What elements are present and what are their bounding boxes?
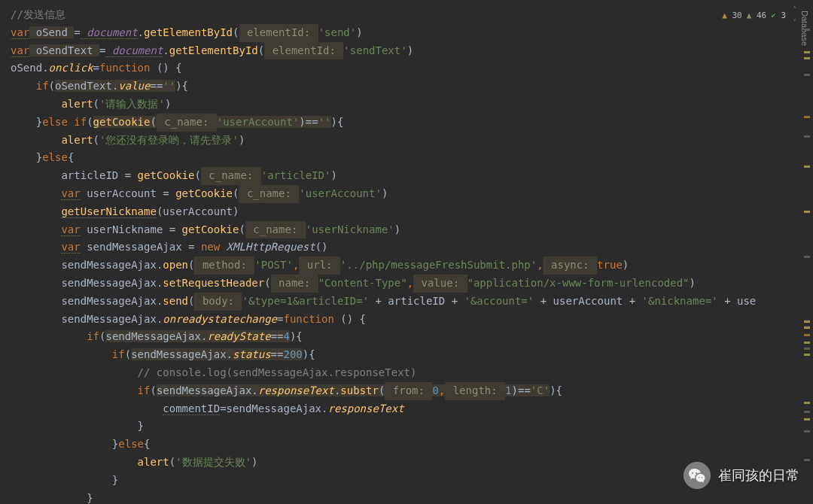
code-editor[interactable]: //发送信息 var oSend = document.getElementBy… (0, 0, 813, 504)
wechat-icon (684, 462, 711, 489)
watermark: 崔同孩的日常 (684, 462, 799, 489)
watermark-text: 崔同孩的日常 (718, 464, 799, 487)
code-line: //发送信息 (11, 8, 65, 20)
